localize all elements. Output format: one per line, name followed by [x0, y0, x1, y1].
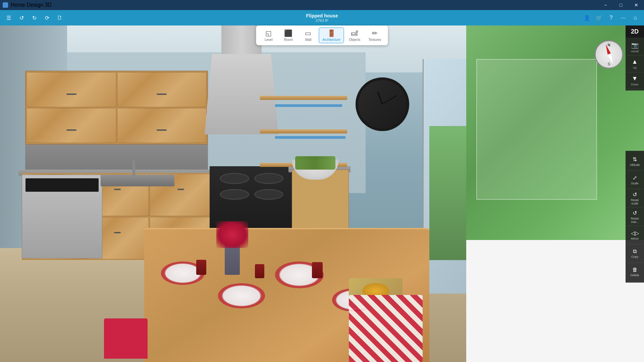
menu-bar-center: Flipped house 2763 ft²: [306, 13, 338, 22]
scale-button[interactable]: ⤢ Scale: [627, 171, 643, 189]
main-3d-view[interactable]: [0, 25, 466, 362]
down-arrow-icon: ▼: [632, 75, 638, 82]
cup-3: [312, 262, 323, 278]
toolbar-objects[interactable]: 🛋 Objects: [345, 28, 364, 43]
app-title: Home Design 3D: [11, 2, 52, 8]
paste-button[interactable]: 🗋: [54, 12, 65, 23]
burner-2: [254, 173, 284, 184]
window-garden: [429, 126, 466, 260]
right-panel: [466, 25, 644, 362]
minimize-button[interactable]: −: [598, 0, 613, 10]
dishwasher-panel: [25, 178, 99, 192]
faucet: [132, 160, 135, 178]
delete-button[interactable]: 🗑 Delete: [627, 263, 643, 281]
down-label: Down: [631, 83, 639, 86]
upper-cabinets: [25, 71, 208, 144]
toolbar: ◱ Level ⬛ Room ▭ Wall 🚪 Architecture 🛋 O…: [256, 25, 388, 45]
textures-icon: ✏: [372, 29, 378, 37]
room-icon: ⬛: [284, 29, 292, 37]
cabinet-door-3: [26, 108, 116, 143]
app-icon: [3, 2, 8, 8]
menu-bar: ☰ ↺ ↻ ⟳ 🗋 Flipped house 2763 ft² 👤 🛒 ? ⋯…: [0, 10, 644, 25]
view-up-button[interactable]: ▲ Up: [627, 56, 643, 72]
textures-label: Textures: [369, 38, 381, 42]
title-bar-left: Home Design 3D: [0, 2, 52, 8]
toolbar-wall[interactable]: ▭ Wall: [299, 28, 317, 43]
mirror-label: Mirror: [631, 237, 639, 240]
cabinet-door-2: [117, 72, 207, 107]
toolbar-level[interactable]: ◱ Level: [259, 28, 278, 43]
kitchen-scene: [0, 25, 466, 362]
dishwasher: [22, 175, 102, 258]
shelf-2: [260, 129, 347, 133]
stool: [104, 318, 148, 359]
cart-button[interactable]: 🛒: [594, 12, 604, 23]
reset-mat-icon: ↺: [633, 210, 637, 216]
mirror-icon: ◁▷: [631, 230, 639, 236]
wall-icon: ▭: [305, 29, 311, 37]
reset-mat-button[interactable]: ↺ Reset mat...: [627, 207, 643, 226]
menu-bar-left: ☰ ↺ ↻ ⟳ 🗋: [0, 12, 68, 23]
project-size: 2763 ft²: [306, 18, 338, 22]
clock-hour-hand: [377, 92, 383, 105]
tablecloth: [349, 295, 423, 362]
wall-label: Wall: [305, 38, 311, 42]
altitude-label: Altitude: [630, 163, 640, 167]
reset-scale-button[interactable]: ↺ Reset scale: [627, 189, 643, 207]
users-button[interactable]: 👤: [582, 12, 592, 23]
clock-inner: [361, 82, 404, 126]
more-button[interactable]: ⋯: [618, 12, 629, 23]
copy-icon: ⧉: [633, 248, 637, 254]
up-label: Up: [633, 66, 637, 69]
help-button[interactable]: ?: [606, 12, 616, 23]
reset-mat-label: Reset mat...: [627, 217, 643, 224]
blue-shelf-2: [275, 136, 345, 139]
title-bar: Home Design 3D − □ ✕: [0, 0, 644, 10]
undo-button[interactable]: ↺: [16, 12, 27, 23]
plate-2: [218, 283, 265, 308]
blue-shelf-1: [275, 104, 342, 107]
architecture-label: Architecture: [322, 38, 340, 42]
hamburger-button[interactable]: ☰: [3, 12, 14, 23]
toolbar-textures[interactable]: ✏ Textures: [365, 28, 385, 43]
close-button[interactable]: ✕: [629, 0, 644, 10]
wall-clock: [356, 77, 409, 131]
cup-2: [255, 264, 264, 278]
room-label: Room: [284, 38, 293, 42]
2d-view-button[interactable]: 2D: [626, 25, 644, 38]
compass: N S: [595, 40, 623, 69]
architecture-icon: 🚪: [327, 29, 336, 37]
altitude-button[interactable]: ⇅ Altitude: [627, 152, 643, 171]
mirror-button[interactable]: ◁▷ Mirror: [627, 226, 643, 244]
camera-view-button[interactable]: 📷 Aerial: [627, 39, 643, 56]
copy-button[interactable]: ⧉ Copy: [627, 244, 643, 263]
delete-icon: 🗑: [632, 267, 638, 273]
sink: [101, 175, 174, 186]
shelf-1: [260, 96, 347, 100]
cup-1: [196, 260, 206, 275]
objects-label: Objects: [349, 38, 360, 42]
toolbar-room[interactable]: ⬛ Room: [279, 28, 298, 43]
home-button[interactable]: ⌂: [630, 12, 641, 23]
burner-3: [220, 189, 249, 200]
view-down-button[interactable]: ▼ Down: [627, 72, 643, 89]
cabinet-door-4: [117, 108, 207, 143]
burner-1: [220, 173, 249, 184]
action-buttons: ⇅ Altitude ⤢ Scale ↺ Reset scale ↺ Reset…: [626, 151, 644, 283]
title-bar-controls: − □ ✕: [598, 0, 644, 10]
project-name: Flipped house: [306, 13, 338, 18]
redo-button[interactable]: ↻: [29, 12, 40, 23]
toolbar-architecture[interactable]: 🚪 Architecture: [319, 27, 344, 43]
altitude-icon: ⇅: [633, 156, 637, 163]
clock-face: [356, 77, 409, 131]
history-button[interactable]: ⟳: [42, 12, 52, 23]
compass-circle: N S: [595, 40, 623, 69]
objects-icon: 🛋: [351, 29, 358, 37]
compass-south-label: S: [608, 62, 610, 66]
scale-icon: ⤢: [633, 175, 637, 181]
maximize-button[interactable]: □: [613, 0, 629, 10]
reset-scale-icon: ↺: [633, 191, 637, 198]
dining-table: [144, 228, 429, 362]
burner-4: [254, 189, 284, 200]
reset-scale-label: Reset scale: [627, 198, 643, 205]
